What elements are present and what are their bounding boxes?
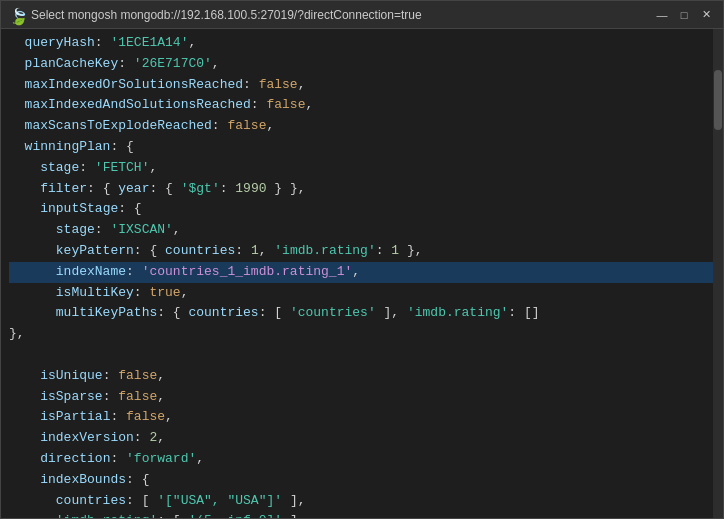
title-bar: 🍃 Select mongosh mongodb://192.168.100.5… — [1, 1, 723, 29]
code-line: maxIndexedAndSolutionsReached: false, — [9, 95, 715, 116]
code-line: direction: 'forward', — [9, 449, 715, 470]
code-line: filter: { year: { '$gt': 1990 } }, — [9, 179, 715, 200]
code-line: keyPattern: { countries: 1, 'imdb.rating… — [9, 241, 715, 262]
code-line-highlighted: indexName: 'countries_1_imdb.rating_1', — [9, 262, 715, 283]
code-line: stage: 'FETCH', — [9, 158, 715, 179]
close-button[interactable]: ✕ — [697, 6, 715, 24]
code-line: isPartial: false, — [9, 407, 715, 428]
maximize-button[interactable]: □ — [675, 6, 693, 24]
code-line: isMultiKey: true, — [9, 283, 715, 304]
code-line — [9, 345, 715, 366]
window-title: Select mongosh mongodb://192.168.100.5:2… — [31, 8, 653, 22]
scrollbar-thumb[interactable] — [714, 70, 722, 130]
code-content: queryHash: '1ECE1A14', planCacheKey: '26… — [1, 29, 723, 518]
minimize-button[interactable]: — — [653, 6, 671, 24]
code-line: maxScansToExplodeReached: false, — [9, 116, 715, 137]
code-line: planCacheKey: '26E717C0', — [9, 54, 715, 75]
code-line: countries: [ '["USA", "USA"]' ], — [9, 491, 715, 512]
code-line: }, — [9, 324, 715, 345]
code-line: indexBounds: { — [9, 470, 715, 491]
code-line: isUnique: false, — [9, 366, 715, 387]
code-line: winningPlan: { — [9, 137, 715, 158]
code-line: inputStage: { — [9, 199, 715, 220]
window-controls: — □ ✕ — [653, 6, 715, 24]
code-line: stage: 'IXSCAN', — [9, 220, 715, 241]
app-icon: 🍃 — [9, 7, 25, 23]
code-line: 'imdb.rating': [ '(5, inf.0]' ] — [9, 511, 715, 518]
code-line: queryHash: '1ECE1A14', — [9, 33, 715, 54]
window: 🍃 Select mongosh mongodb://192.168.100.5… — [0, 0, 724, 519]
code-line: isSparse: false, — [9, 387, 715, 408]
scrollbar[interactable] — [713, 29, 723, 518]
code-line: indexVersion: 2, — [9, 428, 715, 449]
code-line: multiKeyPaths: { countries: [ 'countries… — [9, 303, 715, 324]
code-area: queryHash: '1ECE1A14', planCacheKey: '26… — [1, 29, 723, 518]
code-line: maxIndexedOrSolutionsReached: false, — [9, 75, 715, 96]
